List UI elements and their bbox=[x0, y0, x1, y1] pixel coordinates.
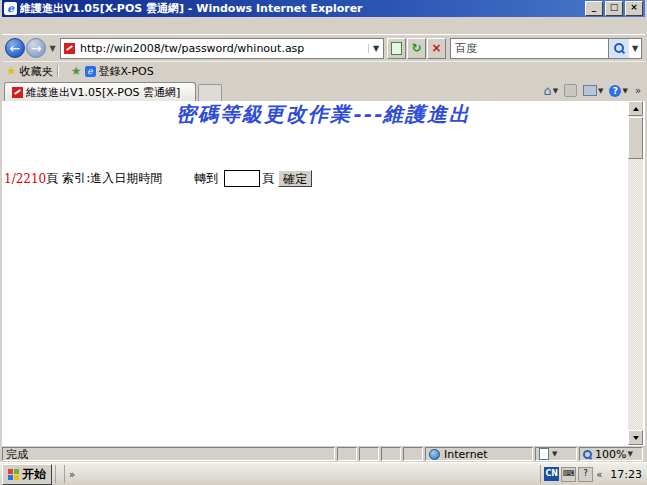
internet-globe-icon bbox=[429, 449, 440, 460]
printer-icon bbox=[583, 85, 597, 96]
tray-help-icon[interactable]: ? bbox=[578, 467, 593, 482]
status-pane bbox=[359, 447, 379, 461]
refresh-icon: ↻ bbox=[411, 41, 421, 55]
stop-button[interactable]: × bbox=[427, 38, 446, 59]
system-tray: CN ⌨ ? « 17:23 bbox=[540, 465, 645, 483]
scroll-down-button[interactable] bbox=[628, 430, 643, 445]
address-bar: ▼ bbox=[60, 38, 384, 59]
page-suffix-label: 頁 bbox=[46, 170, 58, 187]
title-bar: e 維護進出V1.05[X-POS 雲通網] - Windows Interne… bbox=[2, 0, 645, 17]
zoom-pane[interactable]: 100% ▼ bbox=[579, 447, 643, 461]
vertical-scrollbar[interactable] bbox=[628, 101, 643, 445]
search-input[interactable] bbox=[451, 41, 608, 56]
feeds-button[interactable] bbox=[561, 84, 580, 97]
goto-suffix-label: 頁 bbox=[262, 170, 274, 187]
page-indicator: 1/2210 bbox=[4, 172, 46, 186]
search-button[interactable] bbox=[608, 39, 629, 58]
navigation-bar: ← → ▼ ▼ ↻ × ▼ bbox=[2, 35, 645, 61]
print-button[interactable]: ▼ bbox=[580, 85, 606, 96]
ie-logo-icon: e bbox=[4, 2, 17, 15]
home-icon: ⌂ bbox=[543, 83, 551, 98]
scroll-up-icon bbox=[633, 107, 639, 111]
security-zone-label: Internet bbox=[444, 448, 488, 461]
rss-icon bbox=[564, 84, 577, 97]
add-favorite-icon[interactable]: ★ bbox=[71, 64, 82, 78]
windows-logo-icon bbox=[8, 469, 19, 480]
new-tab-button[interactable] bbox=[198, 84, 222, 101]
start-label: 开始 bbox=[22, 466, 46, 483]
tab-favicon bbox=[12, 87, 23, 98]
start-button[interactable]: 开始 bbox=[2, 464, 52, 485]
address-dropdown[interactable]: ▼ bbox=[368, 44, 383, 53]
address-input[interactable] bbox=[78, 40, 368, 57]
tab-bar: 維護進出V1.05[X-POS 雲通網] ⌂▼ ▼ ?▼ » bbox=[2, 80, 645, 101]
favorites-star-icon: ★ bbox=[6, 64, 17, 78]
search-provider-dropdown[interactable]: ▼ bbox=[629, 44, 641, 53]
stop-icon: × bbox=[431, 41, 441, 55]
minimize-button[interactable]: _ bbox=[585, 1, 603, 16]
link-favicon: e bbox=[85, 66, 96, 77]
viewing-scope-line bbox=[2, 138, 635, 150]
goto-page-input[interactable] bbox=[224, 170, 260, 187]
page-title: 密碼等級更改作業---維護進出 bbox=[2, 102, 645, 126]
taskbar: 开始 » CN ⌨ ? « 17:23 bbox=[0, 462, 647, 485]
tray-collapse-chevron[interactable]: « bbox=[595, 469, 603, 480]
status-text: 完成 bbox=[6, 447, 28, 462]
security-zone-pane: Internet bbox=[425, 447, 533, 461]
index-label: 索引:進入日期時間 bbox=[62, 170, 162, 187]
favorites-bar: ★ 收藏夹 ★ e 登錄X-POS bbox=[2, 61, 645, 80]
page-mode-icon bbox=[539, 448, 549, 460]
help-button[interactable]: ?▼ bbox=[606, 85, 630, 97]
search-box: ▼ bbox=[450, 38, 642, 59]
tab-title: 維護進出V1.05[X-POS 雲通網] bbox=[26, 85, 180, 100]
tab-active[interactable]: 維護進出V1.05[X-POS 雲通網] bbox=[4, 82, 196, 101]
clock: 17:23 bbox=[607, 468, 645, 481]
zoom-icon bbox=[583, 450, 592, 459]
confirm-button[interactable]: 確定 bbox=[278, 170, 312, 187]
command-bar: ⌂▼ ▼ ?▼ » bbox=[222, 80, 645, 101]
browser-window: e 維護進出V1.05[X-POS 雲通網] - Windows Interne… bbox=[0, 0, 647, 462]
menu-bar bbox=[2, 17, 645, 35]
forward-button[interactable]: → bbox=[26, 38, 46, 58]
back-button[interactable]: ← bbox=[5, 38, 25, 58]
quick-launch-overflow[interactable]: » bbox=[65, 469, 79, 480]
protected-mode-pane[interactable]: ▼ bbox=[535, 447, 577, 461]
home-button[interactable]: ⌂▼ bbox=[540, 83, 561, 98]
scroll-down-icon bbox=[633, 436, 639, 440]
status-pane bbox=[403, 447, 423, 461]
site-favicon bbox=[64, 43, 75, 54]
recent-pages-dropdown[interactable]: ▼ bbox=[47, 44, 58, 53]
status-pane bbox=[337, 447, 357, 461]
compatibility-view-button[interactable] bbox=[387, 38, 406, 59]
favorites-label[interactable]: 收藏夹 bbox=[20, 64, 53, 79]
refresh-button[interactable]: ↻ bbox=[407, 38, 426, 59]
scroll-up-button[interactable] bbox=[628, 101, 643, 116]
favorites-link-xpos[interactable]: 登錄X-POS bbox=[99, 64, 154, 79]
window-title: 維護進出V1.05[X-POS 雲通網] - Windows Internet … bbox=[20, 1, 583, 16]
login-status-line bbox=[2, 126, 635, 138]
maximize-button[interactable]: □ bbox=[605, 1, 623, 16]
close-button[interactable]: × bbox=[625, 1, 643, 16]
scrollbar-thumb[interactable] bbox=[628, 117, 643, 159]
language-indicator[interactable]: CN bbox=[544, 467, 559, 481]
command-overflow-chevron[interactable]: » bbox=[631, 85, 645, 96]
search-icon bbox=[614, 43, 624, 53]
status-bar: 完成 Internet ▼ 100% ▼ bbox=[2, 445, 645, 462]
goto-label: 轉到 bbox=[194, 170, 218, 187]
divider bbox=[57, 65, 59, 77]
compatibility-icon bbox=[391, 42, 402, 55]
zoom-level: 100% bbox=[595, 448, 626, 461]
keyboard-icon[interactable]: ⌨ bbox=[561, 467, 576, 482]
status-text-pane: 完成 bbox=[2, 447, 335, 461]
help-icon: ? bbox=[609, 85, 621, 97]
status-pane bbox=[381, 447, 401, 461]
page-content: 密碼等級更改作業---維護進出 1/2210 頁 索引:進入日期時間 轉到 頁 … bbox=[2, 101, 645, 445]
pager-row: 1/2210 頁 索引:進入日期時間 轉到 頁 確定 bbox=[2, 169, 607, 188]
quick-launch-bar bbox=[55, 465, 65, 483]
action-button-row bbox=[2, 153, 607, 168]
